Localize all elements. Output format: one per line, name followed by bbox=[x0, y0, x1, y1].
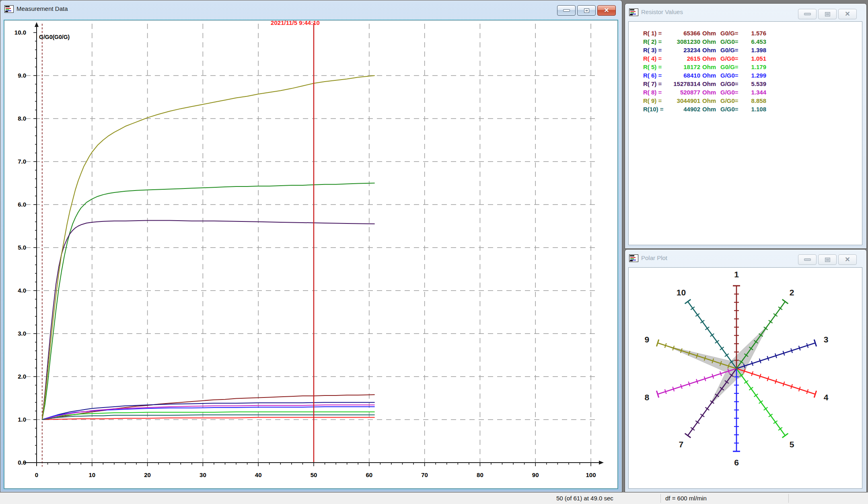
ratio-label: G0/G= bbox=[720, 63, 745, 71]
resistor-label: R(10) = bbox=[643, 105, 670, 113]
polar-plot-svg: 12345678910 bbox=[629, 268, 862, 488]
status-sample-progress: 50 (of 61) at 49.0 sec bbox=[556, 495, 613, 502]
ratio-label: G/G0= bbox=[720, 71, 745, 80]
minimize-icon bbox=[804, 259, 810, 260]
resistor-label: R( 5) = bbox=[643, 63, 670, 71]
resistor-values-panel: R( 1) =65366OhmG0/G=1.576R( 2) =3081230O… bbox=[628, 21, 862, 245]
resistor-label: R( 4) = bbox=[643, 54, 670, 63]
resistance-unit: Ohm bbox=[702, 46, 718, 54]
minimize-button[interactable] bbox=[557, 5, 576, 16]
x-tick-label: 70 bbox=[421, 471, 428, 478]
ratio-value: 1.576 bbox=[745, 29, 766, 37]
resistor-row: R( 7) =15278314OhmG/G0=5.539 bbox=[643, 80, 766, 88]
status-bar: 50 (of 61) at 49.0 sec df = 600 ml/min bbox=[0, 492, 868, 504]
y-axis-arrow bbox=[35, 22, 39, 27]
status-separator bbox=[788, 494, 789, 503]
close-button[interactable]: ✕ bbox=[597, 5, 616, 16]
resistance-value: 68410 bbox=[670, 71, 700, 80]
resistor-row: R( 5) =18172OhmG0/G=1.179 bbox=[643, 63, 766, 71]
polar-axis-label: 1 bbox=[734, 270, 739, 279]
polar-axis-label: 2 bbox=[790, 288, 794, 297]
ratio-value: 1.108 bbox=[745, 105, 766, 113]
polar-axis-label: 9 bbox=[645, 335, 650, 344]
ratio-value: 1.299 bbox=[745, 71, 766, 80]
polar-axis-label: 4 bbox=[824, 393, 829, 402]
resistor-label: R( 9) = bbox=[643, 96, 670, 105]
window-measurement-data: Measurement Data ✕ 2021/11/5 9:44:10 010… bbox=[0, 0, 622, 492]
resistor-row: R(10) =44902OhmG/G0=1.108 bbox=[643, 105, 766, 113]
restore-button[interactable] bbox=[577, 5, 596, 16]
window-title: Resistor Values bbox=[641, 8, 683, 16]
resistance-value: 520877 bbox=[670, 88, 700, 96]
restore-button[interactable] bbox=[818, 9, 837, 19]
minimize-icon bbox=[804, 13, 810, 15]
x-tick-label: 50 bbox=[311, 471, 317, 478]
y-tick-label: 5.0 bbox=[18, 244, 26, 251]
polar-plot-panel: 12345678910 bbox=[628, 267, 862, 489]
resistor-row: R( 9) =3044901OhmG/G0=8.858 bbox=[643, 96, 766, 105]
x-tick-label: 80 bbox=[477, 471, 483, 478]
y-tick-label: 4.0 bbox=[18, 287, 26, 294]
resistance-value: 3081230 bbox=[670, 37, 700, 46]
minimize-button[interactable] bbox=[798, 254, 817, 265]
x-tick-label: 10 bbox=[88, 471, 95, 478]
measurement-chart-svg: 01020304050607080901000.01.02.03.04.05.0… bbox=[4, 20, 617, 488]
ratio-value: 8.858 bbox=[745, 96, 766, 105]
x-axis-arrow bbox=[599, 461, 604, 465]
minimize-button[interactable] bbox=[798, 9, 817, 19]
ratio-label: G/G0= bbox=[720, 96, 745, 105]
x-tick-label: 30 bbox=[200, 471, 206, 478]
ratio-label: G0/G= bbox=[720, 46, 745, 54]
restore-button[interactable] bbox=[818, 254, 837, 265]
ratio-value: 6.453 bbox=[745, 37, 766, 46]
y-tick-label: 6.0 bbox=[18, 201, 26, 208]
y-tick-label: 9.0 bbox=[18, 72, 26, 79]
restore-icon bbox=[825, 12, 830, 16]
measurement-titlebar[interactable]: Measurement Data bbox=[0, 0, 622, 18]
resistor-row: R( 6) =68410OhmG/G0=1.299 bbox=[643, 71, 766, 80]
polar-axis-label: 8 bbox=[645, 393, 650, 402]
ratio-label: G/G0= bbox=[720, 37, 745, 46]
resistor-row: R( 1) =65366OhmG0/G=1.576 bbox=[643, 29, 766, 37]
resistance-value: 15278314 bbox=[670, 80, 700, 88]
x-tick-label: 100 bbox=[586, 471, 596, 478]
resistor-row: R( 4) =2615OhmG/G0=1.051 bbox=[643, 54, 766, 63]
polar-axis-5 bbox=[736, 369, 788, 438]
x-tick-label: 0 bbox=[35, 471, 38, 478]
ratio-value: 1.179 bbox=[745, 63, 766, 71]
chart-app-icon bbox=[629, 254, 638, 262]
minimize-icon bbox=[564, 10, 570, 11]
y-tick-label: 7.0 bbox=[18, 158, 26, 165]
restore-icon bbox=[584, 9, 589, 12]
window-title: Polar Plot bbox=[641, 254, 667, 262]
curve-R(4) bbox=[42, 418, 375, 420]
resistor-row: R( 3) =23234OhmG0/G=1.398 bbox=[643, 46, 766, 54]
x-tick-label: 20 bbox=[144, 471, 151, 478]
y-tick-label: 2.0 bbox=[18, 373, 26, 380]
resistance-unit: Ohm bbox=[702, 105, 718, 113]
resistor-list: R( 1) =65366OhmG0/G=1.576R( 2) =3081230O… bbox=[643, 29, 766, 113]
measurement-chart-area[interactable]: 2021/11/5 9:44:10 0102030405060708090100… bbox=[4, 20, 618, 489]
ratio-value: 1.344 bbox=[745, 88, 766, 96]
axis-end-cap bbox=[685, 433, 691, 438]
ratio-value: 1.398 bbox=[745, 46, 766, 54]
ratio-label: G/G0= bbox=[720, 54, 745, 63]
close-button[interactable]: ✕ bbox=[838, 254, 857, 265]
close-icon: ✕ bbox=[604, 7, 609, 14]
axes bbox=[24, 26, 599, 466]
restore-icon bbox=[825, 258, 830, 262]
ratio-value: 1.051 bbox=[745, 54, 766, 63]
polar-axis-label: 5 bbox=[790, 440, 794, 449]
close-button[interactable]: ✕ bbox=[838, 9, 857, 19]
resistance-value: 44902 bbox=[670, 105, 700, 113]
resistance-unit: Ohm bbox=[702, 88, 718, 96]
axis-ticks bbox=[33, 33, 591, 466]
y-tick-label: 8.0 bbox=[18, 115, 26, 122]
x-tick-label: 40 bbox=[255, 471, 262, 478]
status-separator bbox=[660, 494, 661, 503]
polar-axis-label: 10 bbox=[677, 288, 686, 297]
resistance-unit: Ohm bbox=[702, 54, 718, 63]
chart-app-icon bbox=[629, 8, 638, 16]
resistor-label: R( 3) = bbox=[643, 46, 670, 54]
ratio-label: G/G0= bbox=[720, 80, 745, 88]
